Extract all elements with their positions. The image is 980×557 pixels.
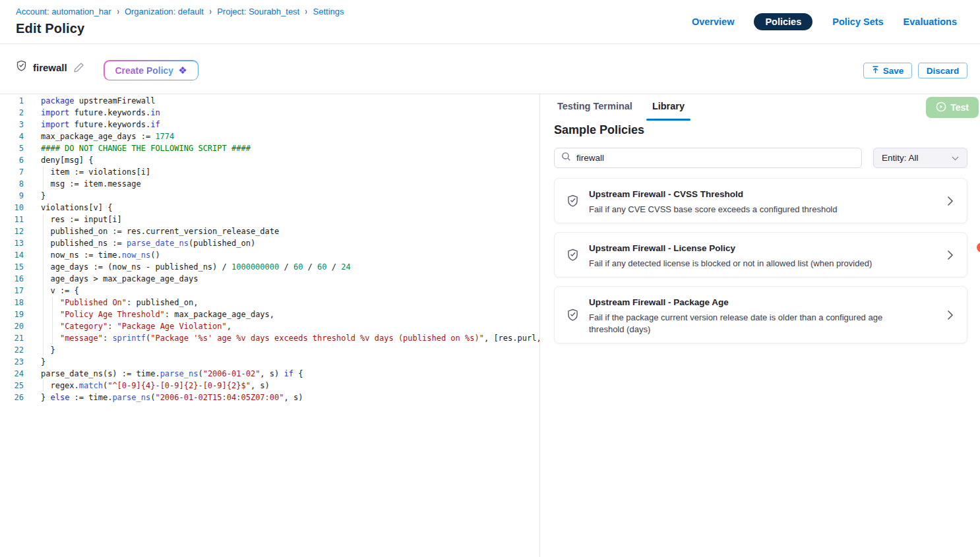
play-circle-icon [936,102,946,114]
nav-pill-policies[interactable]: Policies [754,13,812,30]
test-button[interactable]: Test [926,97,979,118]
nav-link-evaluations[interactable]: Evaluations [903,16,957,27]
shield-check-icon [567,308,579,324]
policy-identity: firewall [16,60,84,74]
discard-button-label: Discard [927,66,960,76]
policy-item-title: Upstream Firewall - License Policy [589,243,938,253]
breadcrumb-separator-icon: › [209,6,211,17]
create-policy-label: Create Policy [115,65,173,76]
sample-policies-heading: Sample Policies [554,123,644,137]
breadcrumb-separator-icon: › [117,6,119,17]
test-button-label: Test [950,102,969,113]
policy-item-title: Upstream Firewall - CVSS Threshold [589,189,938,199]
toolbar: firewall Create Policy ❖ Save D [0,44,980,94]
chevron-right-icon[interactable] [947,196,954,209]
create-policy-button[interactable]: Create Policy ❖ [104,60,199,80]
breadcrumb-link-account[interactable]: Account: automation_har [16,7,111,16]
policy-name: firewall [33,62,67,73]
chevron-right-icon[interactable] [947,310,954,323]
top-nav: Overview Policies Policy Sets Evaluation… [692,13,957,30]
sample-policy-item-cvss-threshold[interactable]: Upstream Firewall - CVSS Threshold Fail … [554,178,967,223]
policy-item-description: Fail if any detected license is blocked … [589,258,892,270]
breadcrumb-separator-icon: › [305,6,307,17]
editor-line-numbers: 1234567891011121314151617181920212223242… [0,94,24,557]
editor-panel-divider [539,94,540,557]
upload-icon [872,66,879,76]
entity-filter-dropdown[interactable]: Entity: All [873,148,967,168]
chevron-down-icon [952,153,959,163]
policy-item-title: Upstream Firewall - Package Age [589,297,938,307]
chevron-right-icon[interactable] [947,250,954,263]
sample-policy-item-license-policy[interactable]: Upstream Firewall - License Policy Fail … [554,232,967,278]
tab-library[interactable]: Library [652,101,685,121]
tab-testing-terminal[interactable]: Testing Terminal [557,101,632,121]
discard-button[interactable]: Discard [918,63,967,78]
search-input[interactable] [576,153,855,163]
code-editor[interactable]: 1234567891011121314151617181920212223242… [0,94,539,557]
panel-tabs: Testing Terminal Library [557,101,685,121]
search-icon [561,152,571,164]
page-header: Account: automation_har › Organization: … [0,0,980,44]
shield-check-icon [16,60,27,74]
breadcrumb: Account: automation_har › Organization: … [16,7,344,16]
sample-policy-item-package-age[interactable]: Upstream Firewall - Package Age Fail if … [554,286,967,343]
library-panel: Testing Terminal Library Test Sample Pol… [541,94,980,557]
page-title: Edit Policy [16,21,84,36]
edit-pencil-icon[interactable] [73,62,84,73]
nav-link-policy-sets[interactable]: Policy Sets [832,16,883,27]
policy-item-description: Fail if any CVE CVSS base score exceeds … [589,204,892,216]
policy-item-description: Fail if the package current version rele… [589,312,892,336]
save-button[interactable]: Save [863,63,912,78]
shield-check-icon [567,194,579,210]
edit-policy-page: Account: automation_har › Organization: … [0,0,980,557]
save-button-label: Save [883,66,904,76]
breadcrumb-link-organization[interactable]: Organization: default [125,7,204,16]
search-box[interactable] [554,148,862,168]
breadcrumb-link-project[interactable]: Project: Sourabh_test [217,7,299,16]
entity-filter-value: Entity: All [882,153,919,163]
nav-link-overview[interactable]: Overview [692,16,735,27]
breadcrumb-link-settings[interactable]: Settings [313,7,344,16]
shield-check-icon [567,249,579,264]
aida-sparkle-icon: ❖ [178,65,187,75]
editor-code[interactable]: package upstreamFirewallimport future.ke… [41,94,539,557]
